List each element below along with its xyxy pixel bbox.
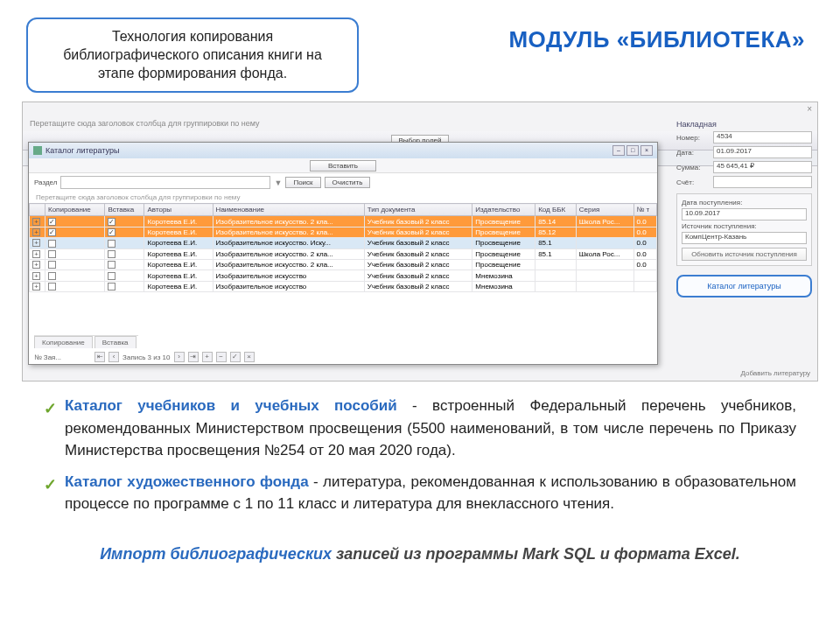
nav-cancel-icon[interactable]: × [244,352,255,362]
screenshot-mock: × Перетащите сюда заголовок столбца для … [22,102,818,382]
search-button[interactable]: Поиск [285,177,320,188]
bottom-tab[interactable]: Вставка [94,336,136,348]
callout-box: Технология копирования библиографическог… [26,18,359,93]
check-icon: ✓ [44,473,57,497]
table-row[interactable]: +Коротеева Е.И.Изобразительное искусство… [30,248,657,259]
rp-number-label: Номер: [676,134,713,142]
table-header[interactable]: Авторы [144,204,213,216]
nav-ok-icon[interactable]: ✓ [230,352,241,362]
page-title: МОДУЛЬ «БИБЛИОТЕКА» [359,18,814,53]
rp-date-label: Дата: [676,149,713,157]
table-header[interactable]: Тип документа [364,204,472,216]
table-row[interactable]: +Коротеева Е.И.Изобразительное искусство… [30,281,657,291]
table-row[interactable]: +Коротеева Е.И.Изобразительное искусство… [30,227,657,237]
table-row[interactable]: +Коротеева Е.И.Изобразительное искусство… [30,216,657,227]
rp-source-input[interactable]: КомпЦентр-Казань [682,232,807,244]
footer-left: № Зая... [34,354,61,361]
table-header[interactable]: Серия [576,204,634,216]
catalog-button-highlight[interactable]: Каталог литературы [676,275,812,298]
table-header[interactable]: Издательство [472,204,536,216]
nav-add-icon[interactable]: + [202,352,213,362]
nav-last-icon[interactable]: ⇥ [188,352,199,362]
clear-button[interactable]: Очистить [325,177,371,188]
pager-text: Запись 3 из 10 [122,354,170,361]
nav-next-icon[interactable]: › [174,352,185,362]
table-row[interactable]: +Коротеева Е.И.Изобразительное искусство… [30,238,657,248]
list-item: ✓ Каталог художественного фонда - литера… [44,471,796,515]
list-item: ✓ Каталог учебников и учебных пособий - … [44,395,796,462]
check-icon: ✓ [44,397,57,421]
item2-title: Каталог художественного фонда [65,473,309,490]
minimize-icon[interactable]: – [612,145,625,156]
table-header[interactable]: № т [634,204,656,216]
table-row[interactable]: +Коротеева Е.И.Изобразительное искусство… [30,259,657,270]
nav-prev-icon[interactable]: ‹ [108,352,119,362]
right-panel: Накладная Номер:4534 Дата:01.09.2017 Сум… [676,120,812,298]
rp-source-label: Источник поступления: [682,222,807,230]
description-block: ✓ Каталог учебников и учебных пособий - … [0,382,840,533]
rp-number-input[interactable]: 4534 [713,131,812,144]
rp-account-input[interactable] [713,176,812,188]
footer-text: Импорт библиографических записей из прог… [0,533,840,564]
rp-recv-date-input[interactable]: 10.09.2017 [682,208,807,220]
close-icon[interactable]: × [807,104,812,114]
section-select[interactable] [60,176,270,189]
rp-refresh-button[interactable]: Обновить источник поступления [682,248,807,261]
table-row[interactable]: +Коротеева Е.И.Изобразительное искусство… [30,270,657,281]
maximize-icon[interactable]: □ [626,145,639,156]
rp-date-input[interactable]: 01.09.2017 [713,146,812,158]
table-header[interactable]: Код ББК [536,204,577,216]
table-header[interactable]: Копирование [46,204,105,216]
rp-sum-input[interactable]: 45 645,41 ₽ [713,161,812,173]
table-header[interactable]: Вставка [105,204,144,216]
insert-button[interactable]: Вставить [310,160,376,172]
nav-first-icon[interactable]: ⇤ [94,352,105,362]
catalog-table[interactable]: КопированиеВставкаАвторыНаименованиеТип … [29,203,657,292]
rp-recv-date-label: Дата поступления: [682,199,807,206]
nav-del-icon[interactable]: − [216,352,227,362]
rp-sum-label: Сумма: [676,164,713,172]
catalog-dialog: Каталог литературы – □ × Вставить Раздел… [28,142,658,365]
table-group-hint: Перетащите сюда заголовок столбца для гр… [29,192,657,203]
catalog-dialog-title: Каталог литературы [46,146,119,155]
search-label: Раздел [34,178,57,186]
table-header[interactable]: Наименование [213,204,364,216]
rp-section-title: Накладная [676,120,812,129]
close-icon[interactable]: × [640,145,653,156]
add-literature-link[interactable]: Добавить литературу [741,369,810,377]
bottom-tab[interactable]: Копирование [34,336,93,348]
rp-account-label: Счёт: [676,178,713,186]
catalog-icon [33,146,42,155]
item1-title: Каталог учебников и учебных пособий [65,397,397,414]
